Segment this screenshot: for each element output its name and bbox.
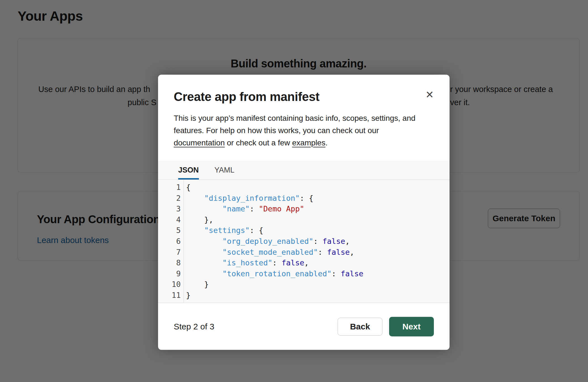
line-number: 10: [158, 279, 184, 290]
code-line: "socket_mode_enabled": false,: [186, 247, 363, 258]
next-button[interactable]: Next: [389, 317, 434, 336]
code-line: },: [186, 214, 363, 225]
line-number: 8: [158, 258, 184, 268]
code-line: "org_deploy_enabled": false,: [186, 236, 363, 247]
line-number: 3: [158, 204, 184, 214]
code-line: "settings": {: [186, 225, 363, 236]
footer-buttons: Back Next: [338, 317, 434, 336]
line-number: 1: [158, 182, 184, 193]
code-line: "name": "Demo App": [186, 204, 363, 214]
description-text: .: [325, 138, 328, 147]
code-editor[interactable]: 1234567891011 { "display_information": {…: [158, 180, 450, 303]
line-number: 7: [158, 247, 184, 258]
documentation-link[interactable]: documentation: [174, 138, 225, 147]
code-line: }: [186, 290, 363, 301]
your-apps-page: Your Apps Build something amazing. Use o…: [0, 0, 588, 382]
description-text: This is your app’s manifest containing b…: [174, 114, 415, 122]
line-number: 5: [158, 225, 184, 236]
line-number: 2: [158, 193, 184, 204]
code-line: {: [186, 182, 363, 193]
manifest-editor-panel: JSONYAML 1234567891011 { "display_inform…: [158, 161, 450, 303]
back-button[interactable]: Back: [338, 318, 382, 336]
line-number: 11: [158, 290, 184, 301]
code-line: "token_rotation_enabled": false: [186, 268, 363, 279]
tab-json[interactable]: JSON: [178, 161, 199, 180]
code-line: "is_hosted": false,: [186, 258, 363, 268]
step-indicator: Step 2 of 3: [174, 322, 214, 331]
line-number: 6: [158, 236, 184, 247]
modal-description: This is your app’s manifest containing b…: [174, 112, 434, 149]
code-line: }: [186, 279, 363, 290]
examples-link[interactable]: examples: [292, 138, 325, 147]
modal-title: Create app from manifest: [158, 75, 450, 104]
modal-description-line: features. For help on how this works, yo…: [174, 124, 434, 137]
tab-yaml[interactable]: YAML: [215, 161, 235, 180]
line-number: 9: [158, 268, 184, 279]
description-text: or check out a few: [225, 138, 292, 147]
description-text: features. For help on how this works, yo…: [174, 126, 379, 135]
close-icon[interactable]: ✕: [424, 89, 435, 101]
create-app-from-manifest-modal: Create app from manifest ✕ This is your …: [158, 75, 450, 350]
code-lines: { "display_information": { "name": "Demo…: [184, 180, 363, 303]
modal-footer: Step 2 of 3 Back Next: [158, 303, 450, 350]
modal-description-line: This is your app’s manifest containing b…: [174, 112, 434, 124]
editor-tabs: JSONYAML: [158, 161, 450, 180]
line-number-gutter: 1234567891011: [158, 180, 184, 303]
modal-description-line: documentation or check out a few example…: [174, 137, 434, 149]
line-number: 4: [158, 214, 184, 225]
code-line: "display_information": {: [186, 193, 363, 204]
